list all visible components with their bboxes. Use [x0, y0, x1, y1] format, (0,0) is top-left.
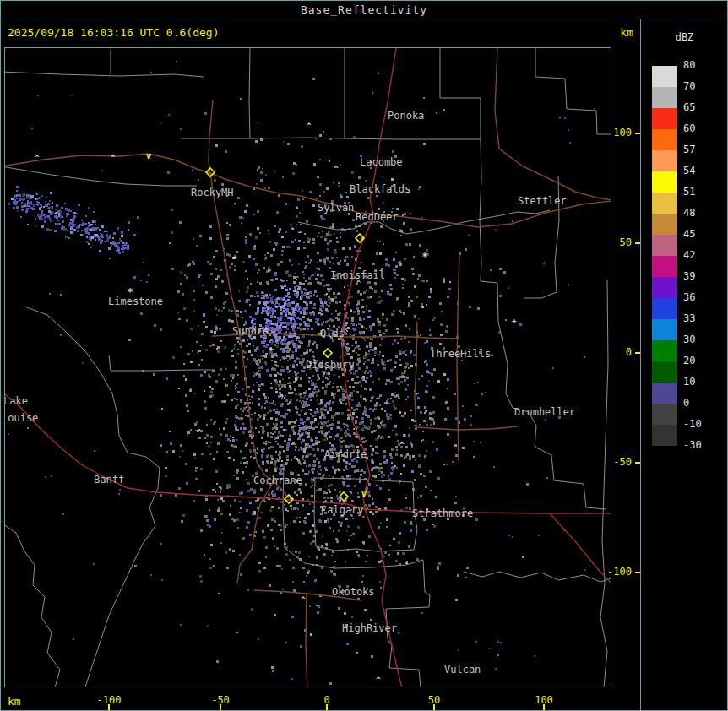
vee-marker: v: [361, 488, 367, 499]
colorbar-block: [652, 277, 677, 298]
colorbar-tick-label: 60: [683, 122, 724, 134]
city-label-rockymh: RockyMH: [191, 187, 234, 198]
colorbar-block: [652, 193, 677, 214]
colorbar-tick-label: 39: [683, 270, 724, 282]
city-label-vulcan: Vulcan: [444, 664, 481, 676]
star-marker: *: [127, 286, 133, 298]
colorbar-block: [652, 66, 677, 87]
caret-marker: ^: [336, 291, 341, 300]
x-tick-mark: [326, 704, 328, 710]
caret-marker: ^: [35, 154, 40, 162]
city-label-airdrie: Airdrie: [324, 448, 367, 460]
colorbar-tick-label: 10: [683, 376, 724, 388]
boundary-layer-line: [524, 176, 559, 298]
y-tick-label: 50: [588, 236, 632, 248]
colorbar-block: [652, 340, 677, 361]
echo-speckles: [8, 193, 126, 253]
boundary-layer-line: [600, 280, 608, 687]
colorbar-tick-label: 80: [683, 59, 724, 71]
city-label-blackfalds: Blackfalds: [350, 183, 410, 195]
city-label-louise: Louise: [5, 412, 38, 424]
city-label-sundre: Sundre: [232, 325, 269, 337]
colorbar-panel: dBZ 807065605754514845423936333020100-10…: [640, 19, 728, 710]
boundary-layer-line: [24, 307, 160, 687]
boundary-layer-line: [535, 48, 611, 134]
colorbar-block: [652, 214, 677, 235]
colorbar-block: [652, 171, 677, 193]
road-brown-layer-line: [495, 48, 611, 200]
city-label-cochrane: Cochrane: [253, 475, 302, 486]
city-label-lacombe: Lacombe: [360, 156, 403, 168]
x-tick-mark: [543, 704, 545, 710]
y-tick-label: -100: [588, 566, 632, 578]
window-title: Base_Reflectivity: [1, 1, 727, 19]
echo-speckles: [49, 112, 561, 645]
city-label-stettler: Stettler: [518, 195, 567, 207]
radar-map-canvas[interactable]: PonokaLacombeBlackfaldsSylvanRedDeerStet…: [4, 47, 611, 687]
colorbar-block: [652, 129, 677, 150]
caret-marker: ^: [368, 510, 373, 518]
radar-map-svg: PonokaLacombeBlackfaldsSylvanRedDeerStet…: [5, 48, 611, 687]
city-label-sylvan: Sylvan: [318, 202, 354, 214]
caret-marker: ^: [334, 165, 339, 173]
boundary-layer-line: [249, 48, 250, 138]
colorbar-block: [652, 150, 677, 171]
boundary-layer-line: [109, 356, 215, 371]
city-label-drumheller: Drumheller: [514, 406, 575, 418]
city-label-banff: Banff: [94, 474, 124, 486]
colorbar-block: [652, 319, 677, 340]
radar-main-panel: 2025/09/18 16:03:16 UTC 0.6(deg) km Pono…: [1, 19, 640, 710]
radar-viewer-window: Base_Reflectivity 2025/09/18 16:03:16 UT…: [0, 0, 728, 711]
vee-marker: v: [146, 150, 152, 161]
city-label-limestone: Limestone: [108, 296, 163, 307]
x-tick-mark: [433, 704, 435, 710]
colorbar-tick-label: -10: [683, 418, 724, 430]
colorbar-block: [652, 361, 677, 383]
colorbar-tick-label: 30: [683, 334, 724, 345]
colorbar-tick-label: 0: [683, 397, 724, 409]
x-tick-mark: [108, 704, 110, 710]
colorbar-tick-label: 57: [683, 144, 724, 155]
road-brown-layer-line: [306, 594, 307, 687]
plus-marker: +: [232, 252, 237, 261]
colorbar-unit-label: dBZ: [641, 31, 728, 43]
colorbar-block: [652, 383, 677, 404]
city-label-innisfail: Innisfail: [330, 269, 385, 281]
scan-timestamp: 2025/09/18 16:03:16 UTC 0.6(deg): [8, 26, 219, 39]
city-label-calgary: Calgary: [321, 504, 364, 516]
colorbar-block: [652, 425, 677, 446]
city-label-strathmore: Strathmore: [412, 507, 473, 519]
caret-marker: ^: [376, 676, 381, 684]
station-diamond-marker: [323, 349, 332, 357]
y-tick-label: 0: [588, 346, 632, 358]
colorbar-tick-label: 48: [683, 207, 724, 219]
colorbar-tick-label: 36: [683, 291, 724, 303]
echo-speckles: [17, 95, 586, 649]
plus-marker: +: [512, 317, 517, 325]
y-axis-unit-label: km: [620, 26, 633, 39]
city-label-okotoks: Okotoks: [332, 586, 375, 598]
city-label-lake: Lake: [5, 395, 28, 407]
colorbar-block: [652, 87, 677, 108]
echo-speckles: [178, 178, 451, 636]
colorbar-tick-label: 54: [683, 165, 724, 176]
caret-marker: ^: [301, 595, 306, 604]
echo-speckles: [137, 138, 502, 648]
city-label-olds: Olds: [320, 328, 345, 339]
x-tick-mark: [220, 704, 221, 710]
caret-marker: ^: [307, 122, 312, 130]
city-label-reddeer: RedDeer: [356, 211, 399, 223]
boundary-layer-line: [5, 166, 197, 186]
boundary-layer-line: [440, 48, 481, 139]
colorbar-tick-label: 42: [683, 249, 724, 261]
colorbar-tick-label: 70: [683, 80, 724, 92]
plus-marker: +: [269, 345, 274, 353]
colorbar-tick-label: 51: [683, 186, 724, 198]
x-axis-unit-label: km: [8, 695, 21, 708]
colorbar-block: [652, 256, 677, 277]
caret-marker: ^: [399, 441, 405, 449]
y-tick-label: -50: [588, 456, 632, 468]
caret-marker: ^: [111, 154, 116, 162]
star-marker: *: [421, 251, 427, 263]
city-label-threehills: ThreeHills: [430, 348, 491, 360]
